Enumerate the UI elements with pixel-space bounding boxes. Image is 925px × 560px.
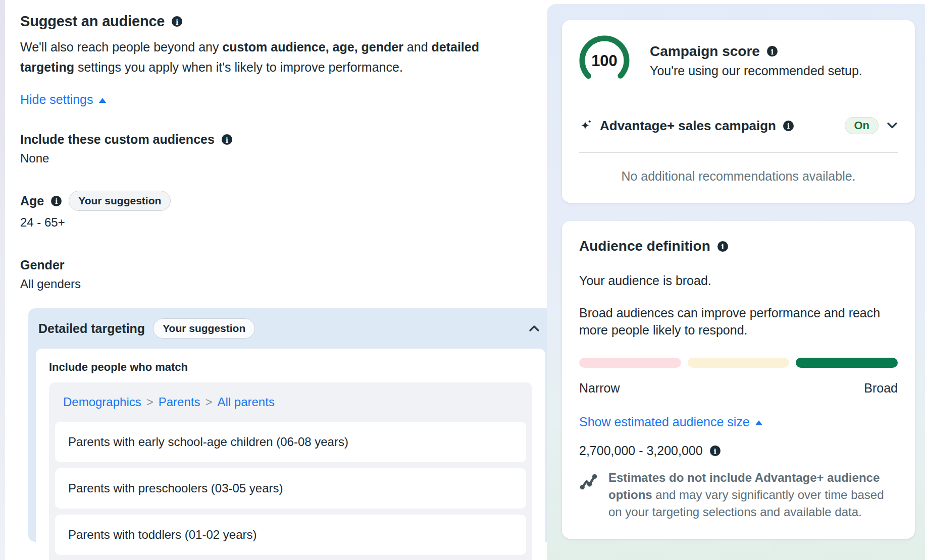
gender-value: All genders (20, 277, 547, 291)
meter-label-broad: Broad (864, 381, 898, 396)
campaign-score-value: 100 (591, 52, 618, 70)
custom-audiences-value: None (20, 151, 547, 165)
age-suggestion-badge: Your suggestion (69, 191, 171, 211)
suggest-audience-title: Suggest an audience (20, 13, 165, 30)
hide-settings-link[interactable]: Hide settings (20, 92, 107, 107)
audience-breadth-meter (579, 358, 898, 368)
age-label: Age (20, 194, 44, 208)
info-icon[interactable]: i (783, 121, 794, 131)
campaign-score-gauge: 100 (579, 35, 630, 86)
advantage-status-badge[interactable]: On (845, 117, 879, 134)
trend-line-icon (579, 471, 598, 490)
detailed-targeting-title: Detailed targeting (38, 321, 145, 336)
meter-segment-middle (688, 358, 790, 368)
page-left-gutter (0, 0, 5, 560)
audience-broad-status: Your audience is broad. (579, 273, 898, 288)
detailed-targeting-body: Include people who match Demographics > … (36, 349, 545, 560)
gender-field: Gender All genders (20, 258, 547, 291)
meter-label-narrow: Narrow (579, 381, 620, 396)
info-icon[interactable]: i (222, 134, 232, 145)
meter-segment-broad (796, 358, 898, 368)
breadcrumb-separator: > (205, 395, 212, 409)
breadcrumb-parents[interactable]: Parents (159, 395, 200, 409)
info-icon[interactable]: i (767, 46, 778, 57)
targeting-group: Demographics > Parents > All parents Par… (49, 382, 532, 560)
breadcrumb: Demographics > Parents > All parents (55, 388, 526, 416)
include-match-label: Include people who match (49, 361, 532, 374)
info-icon[interactable]: i (51, 196, 62, 206)
detailed-targeting-suggestion-badge: Your suggestion (153, 318, 255, 339)
audience-definition-card: Audience definition i Your audience is b… (562, 221, 915, 539)
chevron-up-icon[interactable] (528, 324, 540, 332)
hide-settings-label: Hide settings (20, 92, 93, 107)
breadcrumb-separator: > (146, 395, 153, 409)
show-estimated-size-label: Show estimated audience size (579, 415, 750, 429)
estimate-disclaimer: Estimates do not include Advantage+ audi… (579, 469, 898, 521)
gender-label: Gender (20, 258, 65, 272)
campaign-score-subtitle: You're using our recommended setup. (650, 64, 862, 78)
recommendations-panel: 100 Campaign score i You're using our re… (547, 4, 925, 560)
estimated-audience-size: 2,700,000 - 3,200,000 (579, 443, 703, 458)
audience-settings-panel: Suggest an audience i We'll also reach p… (5, 0, 547, 560)
info-icon[interactable]: i (717, 241, 728, 252)
advantage-campaign-label: Advantage+ sales campaign (600, 118, 776, 134)
targeting-row[interactable]: Parents with toddlers (01-02 years) (55, 515, 526, 555)
custom-audiences-field: Include these custom audiences i None (20, 132, 547, 165)
no-recommendations-note: No additional recommendations available. (579, 169, 898, 184)
audience-broad-description: Broad audiences can improve performance … (579, 304, 882, 339)
chevron-down-icon[interactable] (887, 122, 898, 129)
triangle-up-icon (98, 97, 107, 103)
detailed-targeting-header[interactable]: Detailed targeting Your suggestion (36, 318, 545, 339)
info-icon[interactable]: i (710, 445, 721, 456)
targeting-row[interactable]: Parents with early school-age children (… (55, 422, 526, 462)
advantage-campaign-row: Advantage+ sales campaign i On (579, 117, 898, 134)
triangle-up-icon (755, 420, 763, 426)
age-field: Age i Your suggestion 24 - 65+ (20, 191, 547, 230)
meter-segment-narrow (579, 358, 681, 368)
suggest-audience-description: We'll also reach people beyond any custo… (20, 37, 495, 77)
breadcrumb-all-parents[interactable]: All parents (217, 395, 274, 409)
age-value: 24 - 65+ (20, 215, 547, 230)
custom-audiences-label: Include these custom audiences (20, 132, 215, 147)
show-estimated-size-link[interactable]: Show estimated audience size (579, 415, 763, 429)
audience-definition-title: Audience definition (579, 238, 710, 254)
ads-manager-audience-page: Suggest an audience i We'll also reach p… (0, 0, 925, 560)
targeting-row[interactable]: Parents with preschoolers (03-05 years) (55, 468, 526, 509)
info-icon[interactable]: i (172, 16, 182, 27)
breadcrumb-demographics[interactable]: Demographics (63, 395, 141, 409)
campaign-score-title: Campaign score (650, 43, 760, 60)
sparkle-icon (579, 119, 593, 133)
detailed-targeting-card: Detailed targeting Your suggestion Inclu… (28, 308, 553, 542)
card-divider (579, 152, 898, 153)
campaign-score-card: 100 Campaign score i You're using our re… (562, 20, 915, 203)
